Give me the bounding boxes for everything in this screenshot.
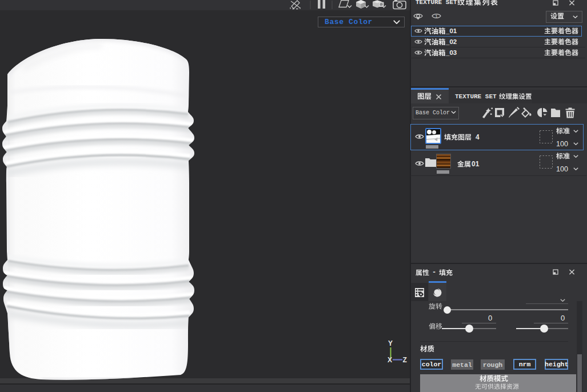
svg-text:Z: Z xyxy=(403,356,407,364)
svg-text:1: 1 xyxy=(435,14,438,19)
svg-text:X: X xyxy=(388,356,392,364)
svg-text:Y: Y xyxy=(388,339,393,347)
